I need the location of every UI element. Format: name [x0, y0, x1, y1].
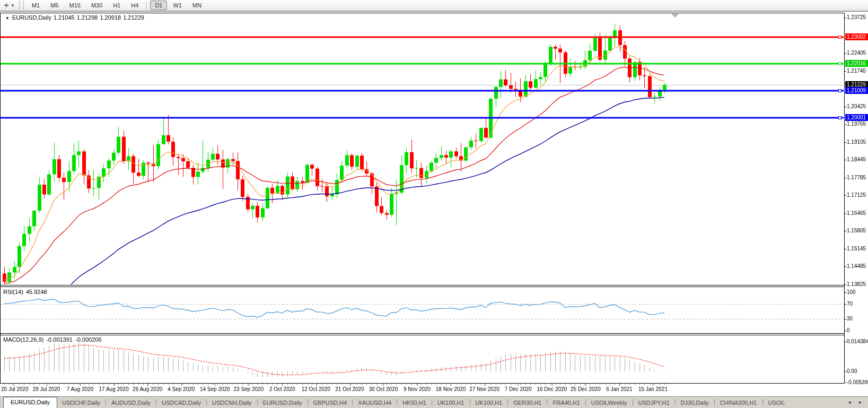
- price-tick-label: 1.16465: [847, 210, 866, 216]
- macd-name: MACD(12,26,9): [3, 336, 43, 343]
- rsi-indicator-label: RSI(14)45.9248: [3, 289, 50, 295]
- tab-separator: [106, 399, 106, 405]
- tab-scroll-left-icon[interactable]: ◂: [848, 400, 851, 405]
- rsi-name: RSI(14): [3, 289, 23, 295]
- price-tick-label: 1.23725: [847, 14, 866, 20]
- price-level-badge: 1.21009: [845, 87, 868, 94]
- chart-tab-fra40-h1[interactable]: FRA40,H1: [548, 398, 584, 408]
- chart-symbol-label: EURUSD,Daily: [12, 14, 51, 21]
- ohlc-close: 1.21229: [123, 14, 144, 21]
- date-label: 7 Aug 2020: [67, 386, 94, 392]
- tab-separator: [352, 399, 353, 405]
- chart-title: ▼EURUSD,Daily1.210451.212981.209181.2122…: [5, 14, 146, 21]
- date-label: 26 Aug 2020: [133, 386, 162, 392]
- tab-separator: [397, 399, 397, 405]
- chart-tab-dj30-daily[interactable]: DJ30,Daily: [676, 398, 714, 408]
- macd-tick-label: 0.014384: [847, 338, 868, 344]
- date-label: 27 Nov 2020: [469, 386, 499, 392]
- rsi-tick-label: 70: [847, 301, 853, 307]
- date-label: 9 Nov 2020: [404, 386, 431, 392]
- chart-tab-audusd-daily[interactable]: AUDUSD,Daily: [107, 398, 155, 408]
- rsi-tick-label: 100: [847, 289, 856, 295]
- tab-separator: [257, 399, 258, 405]
- chart-tab-eurusd-daily[interactable]: EURUSD,Daily: [3, 397, 57, 408]
- date-label: 2 Oct 2020: [269, 386, 295, 392]
- macd-indicator-label: MACD(12,26,9)-0.001391-0.000206: [3, 336, 104, 343]
- price-level-badge: 1.22016: [845, 60, 868, 67]
- rsi-tick-label: 30: [847, 316, 853, 322]
- macd-signal-value: -0.000206: [75, 336, 102, 343]
- tab-separator: [675, 399, 676, 405]
- date-label: 21 Oct 2020: [335, 386, 364, 392]
- date-label: 14 Sep 2020: [200, 386, 230, 392]
- tab-separator: [714, 399, 715, 405]
- chart-tab-usdcad-daily[interactable]: USDCAD,Daily: [157, 398, 206, 408]
- ohlc-open: 1.21045: [54, 14, 75, 21]
- chart-tab-usdchf-daily[interactable]: USDCHF,Daily: [57, 398, 105, 408]
- chart-tab-uk100-h1[interactable]: UK100,H1: [433, 398, 469, 408]
- tab-separator: [470, 399, 470, 405]
- date-label: 25 Dec 2020: [571, 386, 601, 392]
- tab-separator: [156, 399, 156, 405]
- chart-tab-hk50-h1[interactable]: HK50,H1: [398, 398, 431, 408]
- chart-tab-eurusd-daily[interactable]: EURUSD,Daily: [258, 398, 307, 408]
- tab-separator: [308, 399, 308, 405]
- date-label: 18 Nov 2020: [436, 386, 466, 392]
- date-label: 23 Sep 2020: [233, 386, 264, 392]
- date-label: 15 Jan 2021: [638, 386, 668, 392]
- date-label: 30 Oct 2020: [369, 386, 398, 392]
- tab-separator: [206, 399, 207, 405]
- price-tick-label: 1.22405: [847, 50, 866, 56]
- price-tick-label: 1.15805: [847, 228, 866, 233]
- price-tick-label: 1.21745: [847, 68, 866, 74]
- ohlc-low: 1.20918: [100, 14, 121, 21]
- price-tick-label: 1.18445: [847, 157, 866, 162]
- price-tick-label: 1.13825: [847, 281, 866, 287]
- chart-tab-usdcnh-daily[interactable]: USDCNH,Daily: [207, 398, 257, 408]
- rsi-value: 45.9248: [26, 289, 47, 295]
- date-label: 29 Jul 2020: [33, 386, 60, 392]
- date-label: 6 Jan 2021: [606, 386, 633, 392]
- rsi-tick-label: 0: [847, 327, 850, 333]
- price-chart-canvas[interactable]: [0, 0, 868, 408]
- price-tick-label: 1.20425: [847, 103, 866, 109]
- tab-separator: [547, 399, 547, 405]
- macd-tick-label: -0.005396: [847, 379, 868, 385]
- macd-tick-label: 0.00: [847, 368, 857, 374]
- chart-tab-usoil-[interactable]: USOil,: [764, 398, 790, 408]
- price-level-badge: 1.23002: [845, 33, 868, 40]
- date-label: 12 Oct 2020: [302, 386, 330, 392]
- tab-separator: [633, 399, 633, 405]
- chart-tab-bar: EURUSD,DailyUSDCHF,DailyAUDUSD,DailyUSDC…: [0, 396, 868, 408]
- price-tick-label: 1.19765: [847, 121, 866, 127]
- date-label: 17 Aug 2020: [99, 386, 129, 392]
- tab-separator: [762, 399, 763, 405]
- price-tick-label: 1.17785: [847, 175, 866, 180]
- chart-tab-gbpusd-h4[interactable]: GBPUSD,H4: [309, 398, 352, 408]
- price-tick-label: 1.15145: [847, 246, 866, 251]
- trading-platform-window: ✛ ▼ M1M5M15M30H1H4D1W1MN ▼EURUSD,Daily1.…: [0, 0, 868, 408]
- date-label: 7 Dec 2020: [505, 386, 532, 392]
- date-label: 16 Dec 2020: [537, 386, 567, 392]
- chart-tab-xauusd-h4[interactable]: XAUUSD,H4: [353, 398, 396, 408]
- price-level-badge: 1.20001: [845, 114, 868, 121]
- chart-tab-china300-h1[interactable]: CHINA300,H1: [715, 398, 762, 408]
- chart-collapse-icon[interactable]: ▼: [5, 16, 10, 21]
- price-tick-label: 1.19105: [847, 139, 866, 145]
- tab-separator: [507, 399, 508, 405]
- price-tick-label: 1.14485: [847, 263, 866, 269]
- ohlc-high: 1.21298: [77, 14, 98, 21]
- macd-main-value: -0.001391: [46, 336, 73, 343]
- tab-separator: [432, 399, 432, 405]
- tab-separator: [585, 399, 586, 405]
- chart-tab-usoil-weekly[interactable]: USOil,Weekly: [586, 398, 632, 408]
- price-tick-label: 1.17125: [847, 192, 866, 198]
- chart-tab-uk100-h1[interactable]: UK100,H1: [471, 398, 507, 408]
- date-label: 4 Sep 2020: [168, 386, 195, 392]
- chart-tab-ger30-h1[interactable]: GER30,H1: [508, 398, 546, 408]
- chart-tab-usdjpy-h1[interactable]: USDJPY,H1: [634, 398, 674, 408]
- date-label: 20 Jul 2020: [1, 386, 29, 392]
- tab-scroll-right-icon[interactable]: ▸: [859, 400, 862, 405]
